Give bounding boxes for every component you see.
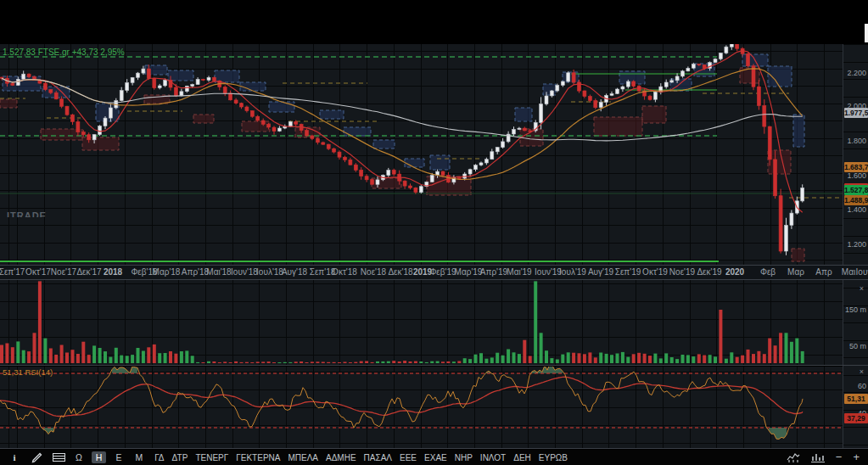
- volume-axis-label: 50 m: [849, 342, 866, 350]
- ticker-button-ΕΧΑΕ[interactable]: ΕΧΑΕ: [424, 453, 447, 462]
- main-chart-pane[interactable]: [0, 44, 843, 265]
- pivot-level-segments: [0, 83, 843, 198]
- time-axis-label: Μαρ'18: [153, 267, 181, 277]
- time-axis-label: Ιουλ'18: [256, 267, 283, 277]
- ticker-button-ΠΑΣΑΛ[interactable]: ΠΑΣΑΛ: [364, 453, 392, 462]
- rsi-signal-line: [0, 377, 803, 416]
- time-axis-label: Νοε'19: [669, 267, 695, 277]
- ticker-button-ΑΔΜΗΕ[interactable]: ΑΔΜΗΕ: [326, 453, 356, 462]
- ticker-button-ΔΕΗ[interactable]: ΔΕΗ: [513, 453, 531, 462]
- time-axis-label: Ιουν: [856, 267, 868, 277]
- price-axis-label: 2.200: [847, 69, 866, 77]
- ticker-button-ΓΔ[interactable]: ΓΔ: [154, 453, 164, 462]
- pane-separator-bottom: [0, 448, 868, 449]
- time-axis-label: Φεβ'19: [429, 267, 456, 277]
- rsi-badge-orange: 51,31: [844, 394, 868, 404]
- rsi-bands-fill: [43, 367, 787, 440]
- time-axis-label: Μαρ'19: [455, 267, 483, 277]
- time-axis-label: Σεπ'17: [0, 267, 25, 277]
- volume-chart-svg: [0, 278, 843, 365]
- candles: [0, 44, 804, 255]
- supply-demand-zones: [0, 54, 804, 261]
- time-axis-label: Φεβ: [760, 267, 776, 277]
- time-axis-label: Σεπ'19: [615, 267, 641, 277]
- time-axis-label: Απρ'18: [182, 267, 209, 277]
- zoom-out-button[interactable]: −: [836, 451, 843, 463]
- ticker-button-ΔΤΡ[interactable]: ΔΤΡ: [172, 453, 188, 462]
- time-axis-label: Απρ: [815, 267, 832, 277]
- svg-text:i: i: [13, 452, 15, 462]
- rsi-chart-svg: [0, 367, 843, 448]
- price-axis-label: 1.200: [847, 240, 866, 249]
- rsi-pane-close-button[interactable]: ×: [860, 367, 864, 376]
- volume-axis-label: 150 m: [845, 305, 866, 314]
- price-badge-green: 1.527,83: [844, 185, 868, 195]
- time-axis-label: Δεκ'17: [76, 267, 101, 277]
- watermark-text: ITRADE: [7, 210, 47, 217]
- time-axis-label: Δεκ'18: [388, 267, 412, 277]
- time-axis-label: Απρ'19: [480, 267, 507, 277]
- time-axis-label: Μαι'19: [507, 267, 531, 277]
- time-axis-label: Νοε'17: [51, 267, 76, 277]
- timeframe-button-Ω[interactable]: Ω: [71, 451, 87, 463]
- time-axis-label: 2020: [725, 267, 744, 277]
- ticker-button-ΕΥΡΩΒ[interactable]: ΕΥΡΩΒ: [539, 453, 568, 462]
- price-badge-orange2: 1.488,9: [844, 195, 868, 205]
- zoom-in-button[interactable]: +: [853, 451, 860, 463]
- rsi-badge-red: 37,29: [844, 413, 868, 423]
- time-axis-label: Δεκ'19: [697, 267, 721, 277]
- time-axis-label: Οκτ'19: [642, 267, 668, 277]
- price-axis-label: 1.800: [847, 137, 866, 145]
- trading-app-window: 1.527,83 FTSE.gr +43,73 2,95% ITRADE Σεπ…: [0, 0, 868, 465]
- price-axis-label: 1.600: [847, 171, 866, 180]
- timeframe-button-Ε[interactable]: Ε: [111, 451, 126, 463]
- volume-pane[interactable]: [0, 278, 843, 365]
- pane-separator[interactable]: [0, 365, 868, 366]
- scrollbar-sliver[interactable]: [865, 24, 868, 42]
- time-axis-label: Οκτ'18: [332, 267, 357, 277]
- price-badge-gray: 1.977,5: [844, 108, 868, 118]
- price-axis-column[interactable]: 2.2002.0001.8001.6001.4001.2001.977,51.6…: [843, 44, 868, 448]
- ticker-button-ΜΠΕΛΑ[interactable]: ΜΠΕΛΑ: [288, 453, 318, 462]
- time-axis-label: Οκτ'17: [25, 267, 51, 277]
- rsi-pane[interactable]: [0, 367, 843, 448]
- ticker-button-ΙΝΛΟΤ[interactable]: ΙΝΛΟΤ: [480, 453, 506, 462]
- rsi-axis-label: 60: [858, 382, 866, 390]
- ticker-button-ΤΕΝΕΡΓ[interactable]: ΤΕΝΕΡΓ: [195, 453, 228, 462]
- volume-pane-close-button[interactable]: ×: [860, 284, 864, 293]
- ticker-button-ΓΕΚΤΕΡΝΑ[interactable]: ΓΕΚΤΕΡΝΑ: [236, 453, 280, 462]
- symbol-legend: 1.527,83 FTSE.gr +43,73 2,95%: [3, 48, 125, 57]
- time-axis-label: Μαι: [842, 267, 855, 277]
- time-axis-label: Αυγ'19: [588, 267, 613, 277]
- rsi-indicator-label: 51,31 RSI(14): [3, 367, 53, 377]
- chart-style-icon[interactable]: [787, 452, 800, 462]
- time-axis-label: Ιουν'18: [231, 267, 258, 277]
- price-badge-orange: 1.683,7: [844, 162, 868, 172]
- bottom-toolbar: i ΩΗΕΜ ΓΔΔΤΡΤΕΝΕΡΓΓΕΚΤΕΡΝΑΜΠΕΛΑΑΔΜΗΕΠΑΣΑ…: [0, 450, 868, 465]
- rsi-line: [0, 367, 803, 440]
- time-axis-label: Αυγ'18: [282, 267, 307, 277]
- top-black-strip: [0, 0, 868, 44]
- time-axis-label: 2018: [104, 267, 122, 277]
- time-axis-label: Μαι'18: [206, 267, 231, 277]
- time-axis-label: Μαρ: [787, 267, 804, 277]
- time-axis-label: Ιουν'19: [535, 267, 562, 277]
- ticker-button-ΕΕΕ[interactable]: ΕΕΕ: [400, 453, 417, 462]
- candlestick-chart-svg: [0, 44, 843, 265]
- time-axis[interactable]: Σεπ'17Οκτ'17Νοε'17Δεκ'172018Φεβ'18Μαρ'18…: [0, 265, 868, 280]
- time-axis-label: Ιουλ'19: [559, 267, 586, 277]
- time-axis-label: Νοε'18: [361, 267, 386, 277]
- timeframe-button-Η[interactable]: Η: [92, 451, 107, 463]
- timeframe-button-Μ[interactable]: Μ: [131, 451, 147, 463]
- info-icon[interactable]: i: [7, 451, 22, 463]
- price-axis-label: 1.400: [847, 205, 866, 214]
- pencil-icon[interactable]: [29, 451, 44, 463]
- volume-toggle-icon[interactable]: [811, 452, 825, 462]
- volume-bars: [0, 281, 804, 363]
- watchlist-icon[interactable]: [51, 451, 66, 463]
- ticker-button-ΝΗΡ[interactable]: ΝΗΡ: [455, 453, 473, 462]
